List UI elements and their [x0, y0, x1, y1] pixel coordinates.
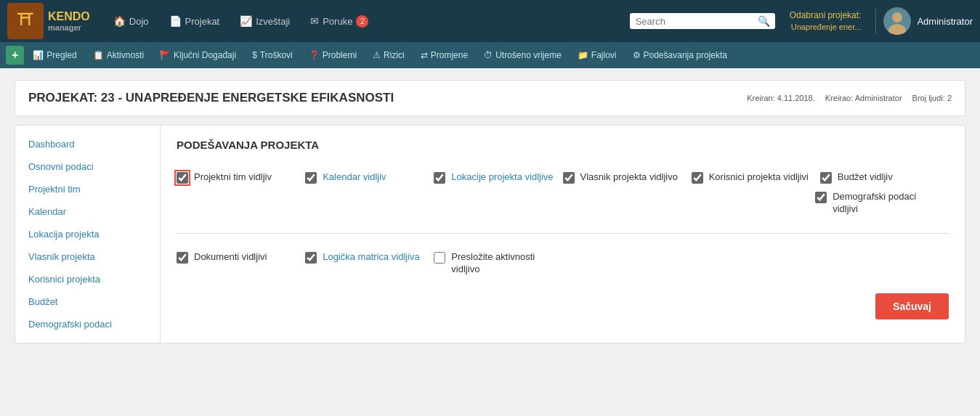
nav-dojo[interactable]: 🏠 Dojo	[105, 11, 158, 31]
project-header: PROJEKAT: 23 - UNAPREĐENJE ENERGETSKE EF…	[15, 80, 965, 116]
search-input[interactable]	[636, 16, 758, 27]
kreirao-label: Kreirao: Administrator	[825, 94, 902, 102]
sidebar-item-dashboard[interactable]: Dashboard	[15, 133, 160, 155]
sidebar-item-budzet[interactable]: Budžet	[15, 290, 160, 313]
setting-demografski: Demografski podaci vidljivi	[815, 191, 949, 216]
budzet-checkbox-wrap	[820, 172, 832, 184]
kreiran-label: Kreiran: 4.11.2018.	[747, 94, 815, 102]
poruke-badge: 2	[356, 15, 368, 28]
kalendar-checkbox-wrap	[305, 172, 317, 184]
sec-nav-fajlovi[interactable]: 📁 Fajlovi	[570, 47, 624, 63]
demografski-checkbox-wrap	[815, 192, 827, 203]
top-nav: ⛩ KENDO manager 🏠 Dojo 📄 Projekat 📈 Izve…	[0, 0, 980, 42]
user-avatar	[883, 7, 911, 35]
dokumenti-label: Dokumenti vidljivi	[194, 251, 267, 264]
demografski-label: Demografski podaci vidljivi	[833, 191, 941, 216]
sidebar-item-kalendar[interactable]: Kalendar	[15, 200, 160, 223]
dokumenti-checkbox-wrap	[177, 252, 188, 264]
sec-nav-utroseno-vrijeme[interactable]: ⏱ Utrošeno vrijeme	[477, 47, 569, 63]
sec-nav-promjene[interactable]: ⇄ Promjene	[413, 47, 475, 63]
vlasnik-checkbox[interactable]	[563, 172, 575, 184]
sec-nav-troskovi[interactable]: $ Troškovi	[245, 47, 300, 63]
user-name: Administrator	[917, 16, 973, 27]
sidebar-item-osnovni-podaci[interactable]: Osnovni podaci	[15, 155, 160, 178]
settings-row-2: Dokumenti vidljivi Logička matrica vidlj…	[177, 251, 949, 276]
sec-nav-podesavanja-projekta[interactable]: ⚙ Podešavanja projekta	[625, 47, 734, 63]
nav-projekat[interactable]: 📄 Projekat	[161, 11, 229, 31]
settings-divider	[177, 233, 949, 234]
rizici-icon: ⚠	[373, 50, 381, 60]
pregled-icon: 📊	[33, 50, 44, 60]
settings-grid: Projektni tim vidljiv Kalendar vidljiv	[177, 171, 949, 276]
search-area: 🔍	[630, 13, 775, 29]
empty-cell-2	[692, 251, 820, 276]
vlasnik-checkbox-wrap	[563, 172, 575, 184]
budzet-checkbox[interactable]	[820, 172, 832, 184]
logicka-matrica-checkbox-wrap	[305, 252, 317, 264]
settings-row-1: Projektni tim vidljiv Kalendar vidljiv	[177, 171, 949, 216]
setting-logicka-matrica: Logička matrica vidljiva	[305, 251, 434, 276]
dokumenti-checkbox[interactable]	[177, 252, 188, 264]
empty-cell-1	[563, 251, 692, 276]
logicka-matrica-checkbox[interactable]	[305, 252, 317, 264]
setting-korisnici: Korisnici projekta vidljivi	[692, 171, 820, 184]
setting-lokacije: Lokacije projekta vidljive	[434, 171, 562, 184]
korisnici-label: Korisnici projekta vidljivi	[709, 171, 809, 184]
korisnici-checkbox[interactable]	[692, 172, 703, 184]
nav-links: 🏠 Dojo 📄 Projekat 📈 Izveštaji ✉ Poruke 2	[105, 11, 623, 32]
utroseno-icon: ⏱	[484, 50, 493, 60]
preslozite-checkbox[interactable]	[434, 252, 445, 264]
sidebar-item-projektni-tim[interactable]: Projektni tim	[15, 178, 160, 200]
sec-nav-aktivnosti[interactable]: 📋 Aktivnosti	[86, 47, 151, 63]
empty-cell-3	[820, 251, 949, 276]
sec-nav-kljucni-dogadjaji[interactable]: 🚩 Ključni Događaji	[153, 47, 243, 63]
aktivnosti-icon: 📋	[93, 50, 104, 60]
search-button[interactable]: 🔍	[758, 15, 770, 27]
setting-preslozite: Presložite aktivnosti vidljivo	[434, 251, 562, 276]
logo-text: KENDO manager	[48, 10, 90, 32]
save-area: Sačuvaj	[177, 293, 949, 319]
sec-nav-rizici[interactable]: ⚠ Rizici	[365, 47, 412, 63]
add-button[interactable]: +	[6, 46, 24, 65]
demografski-checkbox[interactable]	[815, 192, 827, 203]
setting-kalendar: Kalendar vidljiv	[305, 171, 434, 184]
content-area: Dashboard Osnovni podaci Projektni tim K…	[15, 125, 965, 343]
sidebar: Dashboard Osnovni podaci Projektni tim K…	[15, 125, 160, 343]
dojo-icon: 🏠	[113, 15, 126, 27]
main-panel: PODEŠAVANJA PROJEKTA Projektni tim vidlj…	[160, 125, 965, 343]
projekat-icon: 📄	[169, 15, 182, 27]
lokacije-checkbox[interactable]	[434, 172, 445, 184]
projektni-tim-checkbox[interactable]	[177, 172, 188, 184]
panel-title: PODEŠAVANJA PROJEKTA	[177, 139, 949, 157]
svg-point-3	[892, 12, 902, 23]
logicka-matrica-label[interactable]: Logička matrica vidljiva	[323, 251, 420, 264]
preslozite-label: Presložite aktivnosti vidljivo	[451, 251, 555, 276]
sidebar-item-korisnici-projekta[interactable]: Korisnici projekta	[15, 268, 160, 290]
korisnici-checkbox-wrap	[692, 172, 703, 184]
projektni-tim-label: Projektni tim vidljiv	[194, 171, 272, 184]
sec-nav-pregled[interactable]: 📊 Pregled	[25, 47, 84, 63]
budzet-label: Budžet vidljiv	[838, 171, 893, 184]
logo-area: ⛩ KENDO manager	[7, 3, 90, 39]
project-meta: Kreiran: 4.11.2018. Kreirao: Administrat…	[747, 94, 952, 102]
sidebar-item-lokacija-projekta[interactable]: Lokacija projekta	[15, 223, 160, 245]
kalendar-label[interactable]: Kalendar vidljiv	[323, 171, 386, 184]
project-title: PROJEKAT: 23 - UNAPREĐENJE ENERGETSKE EF…	[28, 91, 394, 105]
problemi-icon: ❓	[309, 50, 320, 60]
lokacije-label[interactable]: Lokacije projekta vidljive	[451, 171, 553, 184]
sec-nav-problemi[interactable]: ❓ Problemi	[301, 47, 364, 63]
sidebar-item-demografski-podaci[interactable]: Demografski podaci	[15, 313, 160, 335]
sidebar-item-vlasnik-projekta[interactable]: Vlasnik projekta	[15, 245, 160, 268]
troskovi-icon: $	[252, 50, 257, 60]
setting-dokumenti: Dokumenti vidljivi	[177, 251, 305, 276]
nav-izvestaji[interactable]: 📈 Izveštaji	[231, 11, 299, 31]
main-wrapper: PROJEKAT: 23 - UNAPREĐENJE ENERGETSKE EF…	[0, 68, 980, 355]
nav-poruke[interactable]: ✉ Poruke 2	[301, 11, 377, 32]
kalendar-checkbox[interactable]	[305, 172, 317, 184]
settings-row1-spacer	[177, 191, 815, 216]
save-button[interactable]: Sačuvaj	[875, 293, 949, 319]
nav-divider	[875, 8, 876, 34]
setting-vlasnik: Vlasnik projekta vidljivo	[563, 171, 692, 184]
lokacije-checkbox-wrap	[434, 172, 445, 184]
kljucni-icon: 🚩	[160, 50, 171, 60]
